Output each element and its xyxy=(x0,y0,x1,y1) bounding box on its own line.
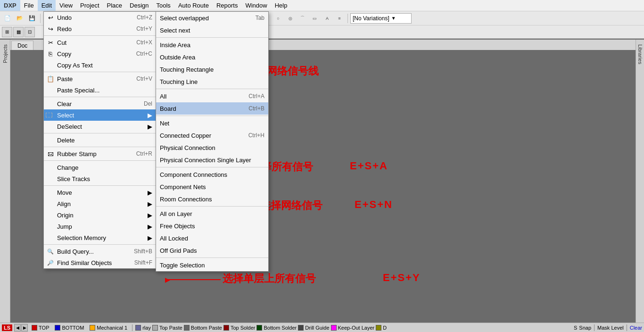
menubar-window[interactable]: Window xyxy=(241,0,271,11)
submenu-select-overlapped[interactable]: Select overlapped Tab xyxy=(156,12,268,24)
jump-arrow-icon: ▶ xyxy=(148,223,152,230)
tb15[interactable]: ≡ xyxy=(334,13,345,24)
menu-slice-tracks[interactable]: Slice Tracks xyxy=(44,173,156,184)
tb10[interactable]: ○ xyxy=(272,13,284,24)
menubar: DXP File Edit View Project Place Design … xyxy=(0,0,644,11)
bottom-layer[interactable]: BOTTOM xyxy=(53,325,86,331)
menu-align[interactable]: Align ▶ xyxy=(44,198,156,209)
menu-selection-memory[interactable]: Selection Memory ▶ xyxy=(44,232,156,243)
bottom-color xyxy=(55,325,60,331)
bottomsolder-color xyxy=(256,325,262,331)
menu-clear[interactable]: Clear Del xyxy=(44,98,156,109)
submenu-off-grid-pads[interactable]: Off Grid Pads xyxy=(156,244,268,257)
menubar-project[interactable]: Project xyxy=(76,0,103,11)
mask-level-btn[interactable]: Mask Level xyxy=(597,325,624,331)
annotation-3b: E+S+N xyxy=(355,199,393,211)
align-arrow-icon: ▶ xyxy=(148,200,152,208)
redo-icon: ↪ xyxy=(46,25,55,33)
menu-rubber-stamp[interactable]: 🖂 Rubber Stamp Ctrl+R xyxy=(44,148,156,159)
tb-s2[interactable]: ▦ xyxy=(13,27,24,37)
submenu-touching-line[interactable]: Touching Line xyxy=(156,75,268,88)
menu-build-query[interactable]: 🔍 Build Query... Shift+B xyxy=(44,246,156,257)
menubar-place[interactable]: Place xyxy=(103,0,126,11)
submenu-all-on-layer[interactable]: All on Layer xyxy=(156,208,268,220)
menubar-view[interactable]: View xyxy=(56,0,76,11)
submenu-outside-area[interactable]: Outside Area xyxy=(156,51,268,63)
dxp-logo: DXP xyxy=(4,2,17,9)
menu-select[interactable]: Select ▶ xyxy=(44,109,156,121)
right-sidebar: Libraries xyxy=(636,40,644,323)
menubar-design[interactable]: Design xyxy=(126,0,152,11)
tb-s3[interactable]: ⊡ xyxy=(25,27,35,37)
submenu-room-connections[interactable]: Room Connections xyxy=(156,193,268,205)
select-arrow-icon: ▶ xyxy=(148,112,152,119)
menu-copy-as-text[interactable]: Copy As Text xyxy=(44,59,156,71)
menubar-edit[interactable]: Edit xyxy=(38,0,56,11)
submenu-toggle-selection[interactable]: Toggle Selection xyxy=(156,259,268,271)
stamp-icon: 🖂 xyxy=(46,150,55,158)
tb11[interactable]: ◎ xyxy=(285,13,296,24)
menu-redo[interactable]: ↪ Redo Ctrl+Y xyxy=(44,23,156,34)
open-btn[interactable]: 📂 xyxy=(14,13,25,24)
top-color xyxy=(32,325,37,331)
menubar-dxp[interactable]: DXP xyxy=(0,0,20,11)
snap-btn[interactable]: Snap xyxy=(579,325,591,331)
menubar-help[interactable]: Help xyxy=(271,0,291,11)
nav-left[interactable]: ◀ xyxy=(14,324,21,332)
mech1-layer[interactable]: Mechanical 1 xyxy=(88,325,129,331)
tb13[interactable]: ▭ xyxy=(309,13,321,24)
menu-sep7 xyxy=(44,185,156,186)
submenu-all[interactable]: All Ctrl+A xyxy=(156,90,268,102)
projects-label[interactable]: Projects xyxy=(2,44,8,63)
statusbar: LS ◀ ▶ TOP BOTTOM Mechanical 1 rlay Top … xyxy=(0,323,644,332)
menubar-reports[interactable]: Reports xyxy=(213,0,242,11)
menu-find-similar[interactable]: 🔎 Find Similar Objects Shift+F xyxy=(44,257,156,268)
menu-cut[interactable]: ✂ Cut Ctrl+X xyxy=(44,37,156,48)
submenu-component-nets[interactable]: Component Nets xyxy=(156,181,268,193)
menu-paste[interactable]: 📋 Paste Ctrl+V xyxy=(44,73,156,84)
menu-delete[interactable]: Delete xyxy=(44,134,156,146)
status-right: S Snap Mask Level Clear xyxy=(574,324,642,331)
menu-paste-special[interactable]: Paste Special... xyxy=(44,84,156,96)
top-layer[interactable]: TOP xyxy=(30,325,51,331)
menubar-file[interactable]: File xyxy=(20,0,38,11)
submenu-component-connections[interactable]: Component Connections xyxy=(156,168,268,181)
status-sep2 xyxy=(594,324,594,331)
tab-doc[interactable]: Doc xyxy=(11,41,33,50)
menu-sep5 xyxy=(44,147,156,147)
submenu-connected-copper[interactable]: Connected Copper Ctrl+H xyxy=(156,129,268,141)
submenu-physical-connection-single[interactable]: Physical Connection Single Layer xyxy=(156,154,268,166)
tb12[interactable]: ⌒ xyxy=(297,13,308,24)
snap-indicator: S xyxy=(574,325,577,331)
submenu-select-next[interactable]: Select next xyxy=(156,24,268,36)
selection-memory-arrow-icon: ▶ xyxy=(148,234,152,241)
menu-copy[interactable]: ⎘ Copy Ctrl+C xyxy=(44,48,156,59)
menu-origin[interactable]: Origin ▶ xyxy=(44,209,156,221)
submenu-physical-connection[interactable]: Physical Connection xyxy=(156,141,268,154)
menu-sep1 xyxy=(44,35,156,36)
sep1 xyxy=(40,14,41,23)
submenu-free-objects[interactable]: Free Objects xyxy=(156,220,268,232)
submenu-board[interactable]: Board Ctrl+B xyxy=(156,102,268,115)
menubar-tools[interactable]: Tools xyxy=(153,0,174,11)
nav-right[interactable]: ▶ xyxy=(21,324,28,332)
mech1-color xyxy=(90,325,95,331)
menubar-autoroute[interactable]: Auto Route xyxy=(174,0,213,11)
menu-move[interactable]: Move ▶ xyxy=(44,187,156,198)
submenu-all-locked[interactable]: All Locked xyxy=(156,232,268,244)
tb14[interactable]: A xyxy=(322,13,333,24)
submenu-inside-area[interactable]: Inside Area xyxy=(156,39,268,51)
save-btn[interactable]: 💾 xyxy=(26,13,38,24)
variation-dropdown[interactable]: [No Variations] ▼ xyxy=(350,13,412,24)
new-btn[interactable]: 📄 xyxy=(2,13,13,24)
menu-jump[interactable]: Jump ▶ xyxy=(44,221,156,232)
menu-undo[interactable]: ↩ Undo Ctrl+Z xyxy=(44,12,156,23)
sub-sep3 xyxy=(156,116,268,116)
submenu-touching-rect[interactable]: Touching Rectangle xyxy=(156,63,268,75)
tb-s1[interactable]: ⊞ xyxy=(2,27,12,37)
menu-deselect[interactable]: DeSelect ▶ xyxy=(44,121,156,132)
menu-change[interactable]: Change xyxy=(44,162,156,173)
submenu-net[interactable]: Net xyxy=(156,117,268,129)
clear-btn[interactable]: Clear xyxy=(630,325,642,331)
libraries-label[interactable]: Libraries xyxy=(637,44,643,64)
